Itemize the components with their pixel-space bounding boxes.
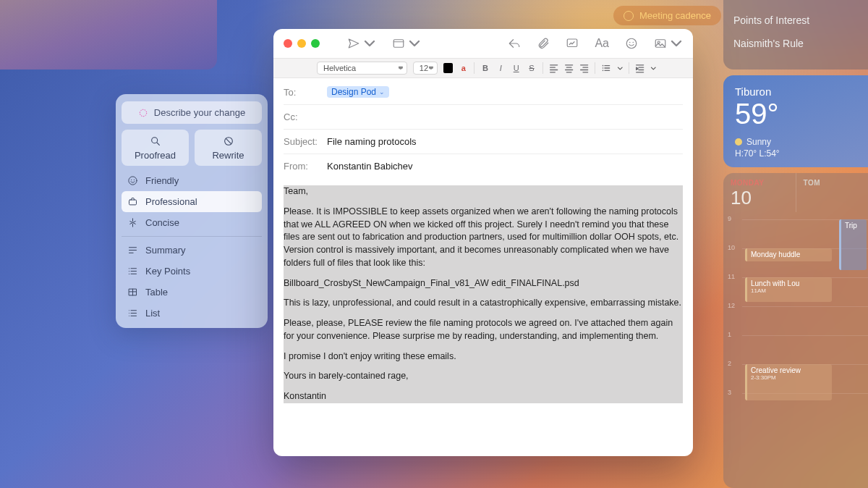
- svg-point-9: [129, 274, 129, 274]
- calendar-date: 10: [731, 187, 788, 209]
- body-paragraph: Billboard_CrosbySt_NewCampaign_Final_v81…: [284, 277, 683, 290]
- reply-icon[interactable]: [508, 37, 521, 50]
- minimize-button[interactable]: [297, 39, 306, 48]
- tone-professional[interactable]: Professional: [122, 191, 262, 212]
- from-row[interactable]: From: Konstantin Babichev: [284, 154, 683, 178]
- titlebar: Aa: [273, 29, 693, 58]
- writing-tools-panel: Describe your change Proofread Rewrite F…: [116, 94, 268, 328]
- svg-point-8: [129, 271, 129, 272]
- italic-button[interactable]: I: [496, 63, 506, 73]
- svg-rect-12: [568, 39, 578, 47]
- widgets-column: Points of Interest Naismith's Rule Tibur…: [723, 0, 868, 488]
- emoji-icon[interactable]: [625, 37, 638, 50]
- tone-concise[interactable]: Concise: [122, 212, 262, 233]
- transform-table[interactable]: Table: [122, 282, 262, 303]
- weather-widget[interactable]: Tiburon 59° Sunny H:70° L:54°: [723, 75, 868, 167]
- subject-label: Subject:: [284, 136, 321, 147]
- list-button[interactable]: [601, 63, 610, 73]
- align-left-icon[interactable]: [549, 63, 558, 73]
- svg-point-1: [151, 138, 157, 143]
- calendar-dow: TOM: [804, 179, 861, 187]
- body-paragraph: Yours in barely-contained rage,: [284, 370, 683, 383]
- describe-label: Describe your change: [154, 107, 245, 118]
- sun-icon: [735, 138, 742, 146]
- circle-icon: [624, 11, 634, 21]
- calendar-event[interactable]: Trip: [839, 219, 867, 270]
- hour-label: 12: [728, 302, 735, 309]
- chevron-down-icon[interactable]: [650, 65, 657, 72]
- attach-icon[interactable]: [537, 37, 550, 50]
- proofread-button[interactable]: Proofread: [122, 130, 189, 166]
- header-fields-button[interactable]: [392, 37, 421, 50]
- format-text-icon[interactable]: Aa: [595, 37, 609, 50]
- svg-point-20: [603, 70, 604, 71]
- svg-point-18: [603, 65, 604, 67]
- svg-point-13: [626, 38, 637, 49]
- transform-summary[interactable]: Summary: [122, 240, 262, 261]
- svg-point-19: [603, 67, 604, 69]
- smile-icon: [127, 175, 138, 186]
- format-bar: Helvetica 12 a B I U S: [273, 58, 693, 78]
- tone-label: Professional: [145, 196, 197, 207]
- chevron-down-icon[interactable]: [617, 65, 624, 72]
- from-value: Konstantin Babichev: [327, 161, 413, 172]
- underline-button[interactable]: U: [511, 63, 521, 73]
- message-body[interactable]: Team, Please. It is IMPOSSIBLE to keep a…: [273, 178, 693, 456]
- body-paragraph: I promise I don't enjoy writing these em…: [284, 350, 683, 363]
- chevron-down-icon: ⌄: [379, 88, 385, 96]
- markup-icon[interactable]: [566, 37, 579, 50]
- body-paragraph: Konstantin: [284, 390, 683, 403]
- rewrite-label: Rewrite: [212, 150, 244, 161]
- summary-icon: [127, 245, 138, 256]
- subject-value: File naming protocols: [327, 136, 417, 147]
- to-label: To:: [284, 87, 321, 98]
- indent-button[interactable]: [635, 63, 644, 73]
- body-paragraph: Please. It is IMPOSSIBLE to keep assets …: [284, 206, 683, 270]
- describe-change-button[interactable]: Describe your change: [122, 101, 262, 124]
- calendar-event[interactable]: Monday huddle: [745, 248, 832, 261]
- bold-button[interactable]: B: [480, 63, 490, 73]
- svg-point-0: [140, 109, 146, 116]
- briefcase-icon: [127, 196, 138, 207]
- font-select[interactable]: Helvetica: [317, 62, 407, 75]
- magnify-check-icon: [150, 135, 161, 147]
- text-color-swatch[interactable]: [443, 63, 453, 73]
- send-button[interactable]: [347, 37, 376, 50]
- photo-browser-button[interactable]: [654, 37, 683, 50]
- svg-rect-11: [393, 40, 404, 48]
- cc-row[interactable]: Cc:: [284, 105, 683, 130]
- transform-label: Key Points: [145, 266, 190, 277]
- close-button[interactable]: [284, 39, 292, 48]
- subject-row[interactable]: Subject: File naming protocols: [284, 130, 683, 154]
- list-icon: [127, 308, 138, 319]
- notes-row: Points of Interest: [733, 12, 858, 35]
- clear-style-icon[interactable]: a: [459, 63, 468, 73]
- body-paragraph: This is lazy, unprofessional, and could …: [284, 297, 683, 310]
- align-center-icon[interactable]: [564, 63, 574, 73]
- weather-temp: 59°: [735, 98, 856, 130]
- weather-condition: Sunny: [746, 137, 771, 147]
- transform-keypoints[interactable]: Key Points: [122, 261, 262, 282]
- font-size-select[interactable]: 12: [413, 62, 438, 75]
- message-headers: To: Design Pod⌄ Cc: Subject: File naming…: [273, 78, 693, 178]
- calendar-event[interactable]: Lunch with Lou11AM: [745, 277, 832, 302]
- zoom-button[interactable]: [311, 39, 320, 48]
- strike-button[interactable]: S: [527, 63, 536, 73]
- notes-widget[interactable]: Points of Interest Naismith's Rule: [723, 0, 868, 70]
- chevron-down-icon: [363, 37, 376, 50]
- calendar-event[interactable]: Creative review2-3:30PM: [745, 364, 832, 400]
- svg-point-14: [629, 42, 631, 43]
- header-icon: [392, 37, 405, 50]
- reminder-pill[interactable]: Meeting cadence: [613, 6, 721, 25]
- recipient-pill[interactable]: Design Pod⌄: [327, 86, 389, 98]
- align-right-icon[interactable]: [579, 63, 589, 73]
- to-row[interactable]: To: Design Pod⌄: [284, 80, 683, 105]
- calendar-widget[interactable]: MONDAY10 TOM 9 10 11 12 1 2 3 Monday hud…: [723, 173, 868, 488]
- table-icon: [127, 287, 138, 298]
- tone-friendly[interactable]: Friendly: [122, 170, 262, 191]
- transform-label: List: [145, 308, 160, 319]
- transform-list[interactable]: List: [122, 303, 262, 324]
- svg-point-3: [129, 177, 137, 185]
- hour-label: 1: [728, 331, 731, 338]
- rewrite-button[interactable]: Rewrite: [195, 130, 262, 166]
